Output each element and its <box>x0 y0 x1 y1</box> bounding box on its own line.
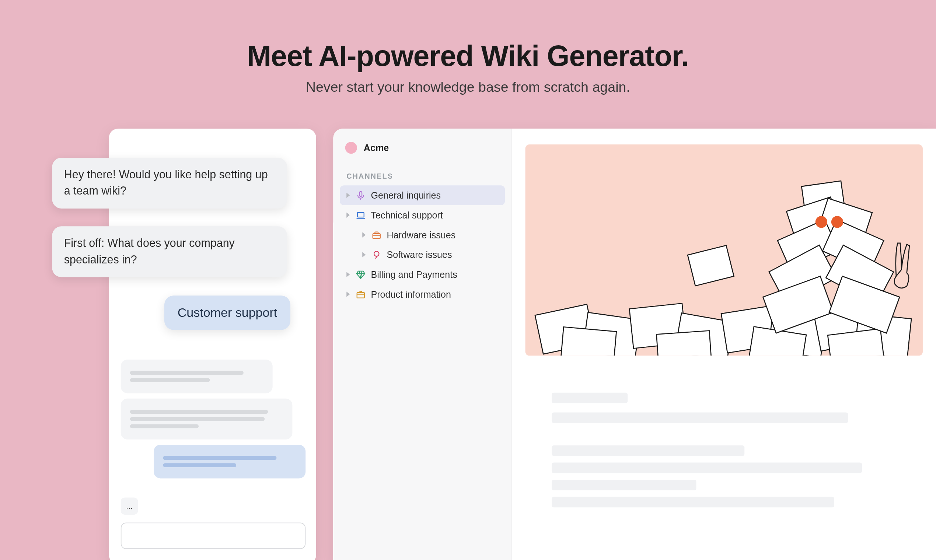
sidebar-item-software-issues[interactable]: Software issues <box>340 245 505 265</box>
toolbox-icon <box>371 229 382 240</box>
microphone-icon <box>355 190 366 201</box>
diamond-icon <box>355 269 366 280</box>
svg-point-28 <box>816 216 827 228</box>
sidebar-item-general-inquiries[interactable]: General inquiries <box>340 185 505 205</box>
sidebar-item-label: Software issues <box>387 249 452 260</box>
hero-subtitle: Never start your knowledge base from scr… <box>0 79 936 95</box>
chevron-right-icon <box>346 193 350 198</box>
chevron-right-icon <box>362 232 366 237</box>
svg-rect-15 <box>656 331 712 356</box>
workspace-avatar <box>345 142 357 154</box>
chevron-right-icon <box>362 252 366 257</box>
assistant-message: Hey there! Would you like help setting u… <box>52 158 287 209</box>
page-cover-illustration <box>525 145 923 355</box>
svg-point-3 <box>374 251 379 256</box>
sidebar: Acme CHANNELS General inquiries Technica… <box>333 129 512 560</box>
sidebar-item-label: Product information <box>371 289 451 300</box>
sidebar-item-billing-and-payments[interactable]: Billing and Payments <box>340 265 505 285</box>
package-icon <box>355 289 366 300</box>
chat-input[interactable] <box>121 522 305 549</box>
svg-rect-1 <box>357 212 364 217</box>
document-skeleton <box>525 393 923 508</box>
chevron-right-icon <box>346 272 350 277</box>
sidebar-item-technical-support[interactable]: Technical support <box>340 205 505 225</box>
chat-skeleton <box>121 360 305 484</box>
svg-rect-4 <box>357 292 364 298</box>
svg-point-29 <box>831 216 843 228</box>
section-label-channels: CHANNELS <box>340 163 505 185</box>
laptop-icon <box>355 210 366 221</box>
workspace-name: Acme <box>364 143 389 153</box>
sidebar-item-label: Technical support <box>371 210 443 221</box>
hero-header: Meet AI-powered Wiki Generator. Never st… <box>0 0 936 95</box>
hero-title: Meet AI-powered Wiki Generator. <box>0 39 936 72</box>
user-reply: Customer support <box>164 295 290 329</box>
assistant-message: First off: What does your company specia… <box>52 226 287 277</box>
balloon-icon <box>371 249 382 260</box>
sidebar-item-label: Hardware issues <box>387 229 456 240</box>
workspace-switcher[interactable]: Acme <box>340 140 505 163</box>
sidebar-item-product-information[interactable]: Product information <box>340 285 505 304</box>
svg-rect-0 <box>359 191 362 196</box>
page-content <box>512 129 936 560</box>
sidebar-item-label: General inquiries <box>371 190 441 201</box>
svg-rect-14 <box>560 327 616 355</box>
typing-indicator: ... <box>121 497 138 515</box>
sidebar-item-hardware-issues[interactable]: Hardware issues <box>340 225 505 245</box>
sidebar-item-label: Billing and Payments <box>371 269 457 280</box>
chevron-right-icon <box>346 292 350 297</box>
chevron-right-icon <box>346 212 350 218</box>
wiki-app: Acme CHANNELS General inquiries Technica… <box>333 129 936 560</box>
